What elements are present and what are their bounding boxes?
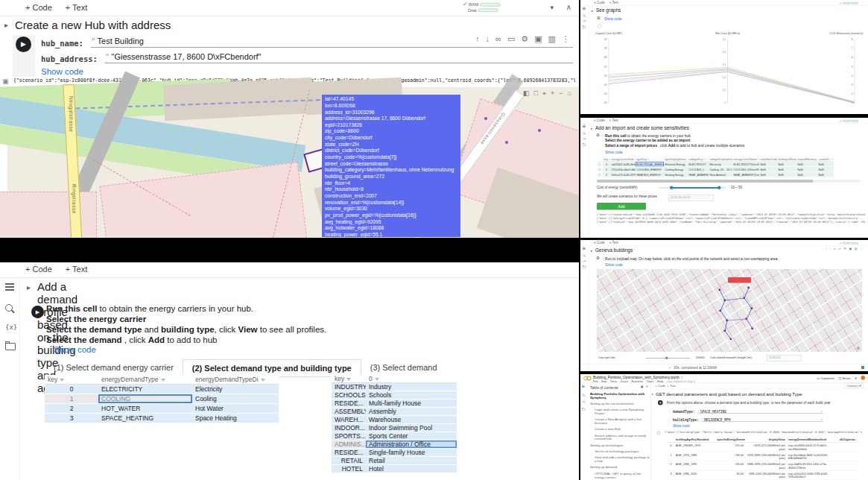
column-header[interactable]: outputEfficiency [796,157,817,162]
search-icon[interactable] [582,394,584,396]
table-row[interactable]: 3AGE_1995_200590.001995-2005 (90.00kWh/m… [668,471,866,480]
row-radio[interactable] [597,167,603,172]
variables-icon[interactable]: {x} [5,323,17,331]
hub-map[interactable]: Neugutstrasse Ringstrasse Giessenstrasse… [7,87,579,238]
table-cell[interactable]: WAREH... [332,416,366,424]
connect-button[interactable]: Connect ▾ [844,383,864,388]
files-icon[interactable] [583,266,586,268]
more-vert-icon[interactable]: ⋮ [562,34,570,44]
toc-item[interactable]: Create a new Hub [590,428,650,432]
move-down-icon[interactable]: ↓ [486,34,490,44]
menu-icon[interactable] [583,8,586,9]
column-header[interactable]: energyDemandMetadataGuid [787,437,838,443]
table-cell[interactable]: Space Heating [192,414,279,423]
table-cell[interactable]: HEAT_AMBIENT@tec... [732,172,759,177]
show-code-link[interactable]: Show code [604,16,622,21]
table-cell[interactable]: HEATING_ENERGY [636,172,664,177]
table-cell[interactable] [838,461,859,471]
table-row[interactable]: HOTELHotel [332,465,457,473]
table-cell[interactable]: 1995-2005 (90.00kWh/m2 per year) [745,471,787,480]
prices-input[interactable]: 10,20,30,40,50 [668,195,714,201]
hub-address-input[interactable]: ""Giessenstrasse 17, 8600 D\xFCbendorf" [105,52,573,63]
column-header[interactable]: subtypeKey [688,157,709,162]
price-range-slider[interactable] [659,187,726,189]
table-cell[interactable]: NaN [796,162,817,167]
table-cell[interactable]: NaN [796,167,817,172]
show-code-link[interactable]: Show code [605,150,623,154]
table-cell[interactable]: RETAIL [332,457,366,465]
table-cell[interactable]: NaN [817,162,834,167]
files-icon[interactable] [583,26,586,28]
add-code-button[interactable]: + Code [25,3,52,12]
filter-icon[interactable] [704,159,706,160]
table-row[interactable]: 2AGE_1980_1995135.001980-1995 (135.00kWh… [668,461,866,471]
table-cell[interactable]: AGE_UNDER_1970 [674,443,715,452]
run-cell-button[interactable]: ⚙ [596,133,600,138]
menu-icon[interactable] [583,248,586,249]
table-cell[interactable]: esp-a20a5412-0036-5795-b1d5-703a2000fac7 [787,471,838,480]
move-up-icon[interactable]: ↑ [475,34,480,44]
table-row[interactable]: SCHOOLSSchools [332,391,457,400]
toc-item[interactable]: Setting up the run environment [590,402,650,405]
demand-type-input[interactable]: "SPACE_HEATING▾ [697,410,823,414]
table-cell[interactable]: SPORTS... [332,432,366,440]
column-header[interactable]: specificEnergyDemandValueKWh [715,437,745,443]
toc-item[interactable]: Building Portfolio Optimization with Sym… [590,392,650,400]
table-cell[interactable]: INDUSTRY [332,383,366,391]
add-text-button[interactable]: + Text [609,119,618,122]
table-cell[interactable]: HEAT_AMBIENT [688,172,709,177]
filter-icon[interactable] [261,379,265,382]
variables-icon[interactable]: {x} [582,401,586,403]
table-cell[interactable]: ELECTRICITY [98,385,192,394]
show-code-link[interactable]: Show code [41,67,83,76]
zoom-out-icon[interactable]: − [559,89,563,98]
table-row[interactable]: ASSEMBLYAssembly [332,408,457,416]
column-header[interactable]: buildingAgeKeyStandard [674,437,715,443]
output-icon[interactable]: ▣ [2,78,9,85]
table-row[interactable]: 0AGE_UNDER_1970215.00~1970 (215.00kWh/m2… [668,443,866,452]
resources-dropdown-icon[interactable]: ▾ [550,4,554,11]
table-cell[interactable]: esp-2dd83c39-f055-5452-a73a-4049c229fe0a [787,461,838,471]
run-cell-button[interactable]: ▶ [16,37,31,52]
table-cell[interactable]: COOLING [98,394,192,404]
search-icon[interactable] [583,254,585,256]
table-cell[interactable]: cde2f402-4a38-4b4e... [610,162,636,167]
column-header[interactable]: dbOrganiza... [838,437,859,443]
table-cell[interactable]: 0 [603,162,610,167]
table-cell[interactable]: 3 [45,414,98,423]
add-code-button[interactable]: + Code [655,384,665,388]
table-row[interactable]: 2HOT_WATERHot Water [45,404,279,414]
tab-3[interactable]: (3) Select demand [361,359,446,376]
table-row[interactable]: RESIDE...Single-family House [332,449,457,457]
table-cell[interactable]: esp-a2a3f620-b010-5170-b655-eec39a0e560d [787,443,838,452]
add-text-button[interactable]: + Text [66,265,87,274]
table-cell[interactable]: 2701e63e-bbe3-4b41... [610,167,636,172]
column-header[interactable]: colorHexCode [759,157,777,162]
menu-icon[interactable] [583,126,586,127]
run-cell-button[interactable]: ▶ [31,306,44,318]
energy-demand-type-table[interactable]: keyenergyDemandTypeenergyDemandTypeDi0EL… [45,375,279,423]
tab-2[interactable]: (2) Select demand type and building type [183,359,361,376]
add-button[interactable]: Add [597,203,646,210]
show-code-link[interactable]: Show code [605,262,623,267]
table-cell[interactable]: Cooling [192,394,279,404]
pan-icon[interactable]: ⌖ [542,89,546,98]
table-cell[interactable]: 1 [668,452,674,462]
length-input[interactable]: 1028.605 [767,355,802,361]
table-cell[interactable]: 2 [603,172,610,177]
output-icon[interactable] [657,432,661,435]
filter-icon[interactable] [375,378,379,381]
toc-item[interactable]: Login and create a new Symphony Project [590,408,650,415]
share-button[interactable]: ◳ Share [838,376,851,379]
table-row[interactable]: 3SPACE_HEATINGSpace Heating [45,414,279,423]
add-code-button[interactable]: + Code [594,119,605,122]
section-collapse-icon[interactable]: ▸ [652,393,653,397]
files-icon[interactable] [5,343,16,350]
collapse-header-icon[interactable]: ∧ [566,3,571,11]
new-section-icon[interactable]: ▣ [641,385,644,389]
section-collapse-icon[interactable]: ▸ [27,283,31,291]
table-cell[interactable] [838,452,859,462]
table-cell[interactable]: Electricity [192,385,279,394]
toc-item[interactable]: View and add a technology package to a h… [590,456,650,464]
column-header[interactable]: energyDemandType [98,375,192,385]
